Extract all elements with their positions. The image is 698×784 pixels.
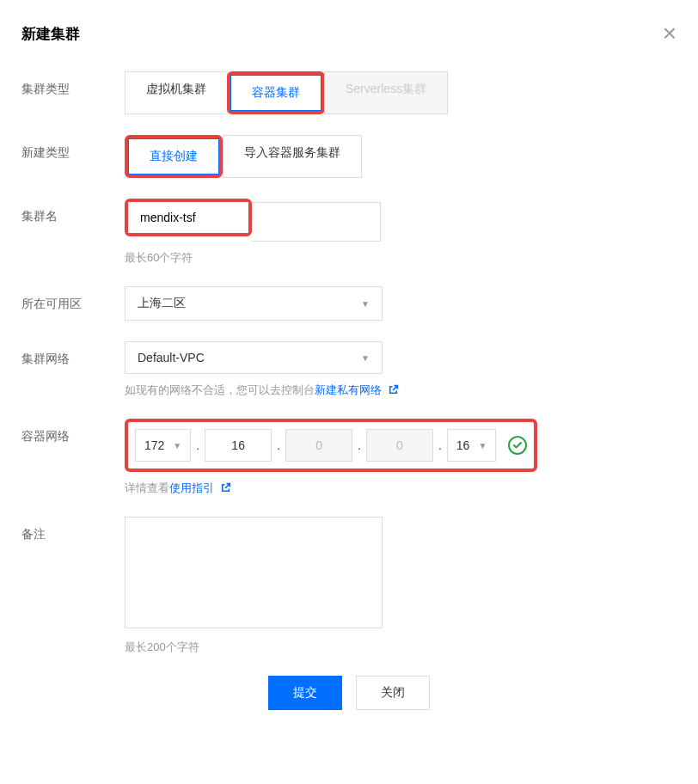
- network-select[interactable]: Default-VPC ▼: [125, 341, 383, 374]
- cluster-type-serverless: Serverless集群: [324, 71, 448, 114]
- container-network-row: 172▼ . 16 . 0 . 0 . 16▼: [125, 419, 537, 472]
- external-link-icon: [220, 482, 231, 496]
- network-hint: 如现有的网络不合适，您可以去控制台新建私有网络: [125, 383, 677, 398]
- check-circle-icon: [508, 436, 527, 455]
- cluster-type-container[interactable]: 容器集群: [230, 75, 321, 111]
- cluster-name-label: 集群名: [21, 199, 125, 224]
- cancel-button[interactable]: 关闭: [356, 676, 430, 710]
- submit-button[interactable]: 提交: [268, 676, 342, 710]
- cluster-name-input[interactable]: [128, 202, 248, 233]
- container-network-label: 容器网络: [21, 419, 125, 444]
- container-network-hint: 详情查看使用指引: [125, 481, 677, 496]
- create-private-network-link[interactable]: 新建私有网络: [315, 383, 382, 396]
- dialog-title: 新建集群: [21, 24, 80, 44]
- chevron-down-icon: ▼: [361, 299, 370, 309]
- create-type-options: 直接创建 导入容器服务集群: [125, 135, 677, 178]
- usage-guide-link[interactable]: 使用指引: [169, 481, 214, 494]
- cluster-name-hint: 最长60个字符: [125, 250, 677, 266]
- cluster-type-options: 虚拟机集群 容器集群 Serverless集群: [125, 71, 677, 114]
- ip-octet-2[interactable]: 16: [205, 429, 272, 462]
- zone-value: 上海二区: [138, 296, 186, 311]
- remark-label: 备注: [21, 517, 125, 542]
- network-value: Default-VPC: [138, 351, 205, 364]
- create-type-label: 新建类型: [21, 135, 125, 161]
- zone-select[interactable]: 上海二区 ▼: [125, 286, 383, 321]
- ip-octet-4: 0: [366, 429, 433, 462]
- chevron-down-icon: ▼: [478, 441, 487, 450]
- chevron-down-icon: ▼: [173, 441, 181, 450]
- ip-octet-3: 0: [285, 429, 352, 462]
- chevron-down-icon: ▼: [361, 353, 370, 363]
- cluster-type-vm[interactable]: 虚拟机集群: [125, 71, 228, 114]
- remark-textarea[interactable]: [125, 517, 383, 628]
- zone-label: 所在可用区: [21, 286, 125, 312]
- close-icon[interactable]: ×: [663, 21, 677, 46]
- create-type-import[interactable]: 导入容器服务集群: [223, 135, 362, 178]
- create-type-direct[interactable]: 直接创建: [128, 138, 219, 175]
- ip-octet-1[interactable]: 172▼: [135, 429, 191, 462]
- remark-hint: 最长200个字符: [125, 640, 677, 655]
- network-label: 集群网络: [21, 341, 125, 367]
- external-link-icon: [388, 384, 399, 398]
- cluster-type-label: 集群类型: [21, 71, 125, 97]
- ip-mask[interactable]: 16▼: [447, 429, 496, 462]
